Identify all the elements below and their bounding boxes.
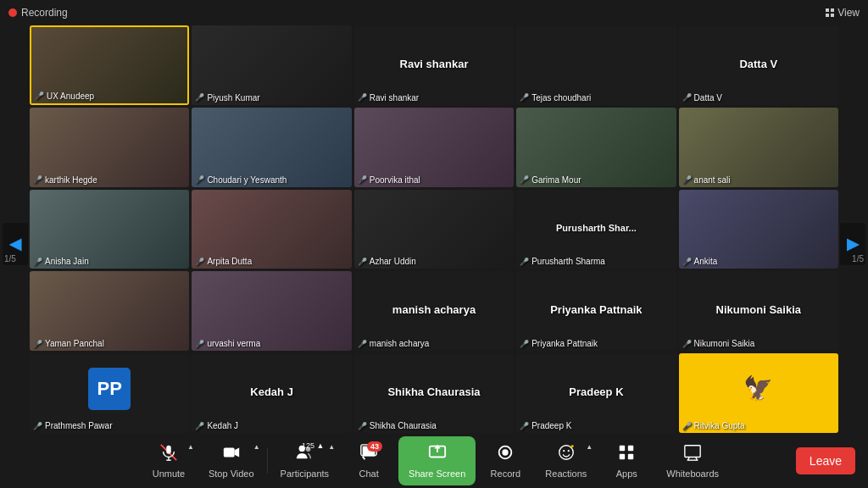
left-arrow-icon: ◀ [9, 235, 21, 253]
participant-name-4: 🎤 Tejas choudhari [520, 93, 591, 103]
center-name-24: Pradeep K [569, 385, 623, 398]
record-button[interactable]: Record [476, 439, 535, 483]
camera-icon [222, 443, 241, 466]
whiteboards-icon [683, 443, 702, 466]
participant-name-1: 🎤 UX Anudeep [35, 92, 94, 101]
participant-name-11: 🎤 Anisha Jain [33, 257, 89, 266]
mic-icon-7: 🎤 [195, 175, 204, 184]
apps-icon [617, 443, 636, 466]
participant-name-18: 🎤 manish acharya [358, 339, 430, 348]
video-cell-4: 🎤 Tejas choudhari [516, 25, 676, 105]
leave-button[interactable]: Leave [796, 447, 855, 474]
recording-dot [8, 8, 17, 17]
participant-name-2: 🎤 Piyush Kumar [195, 93, 259, 103]
video-cell-17: 🎤 urvashi verma [192, 271, 351, 351]
mic-icon-9: 🎤 [520, 175, 529, 184]
record-label: Record [491, 469, 520, 479]
record-icon [496, 443, 515, 466]
reactions-button[interactable]: ▲ Reactions [535, 439, 597, 483]
participant-name-6: 🎤 karthik Hegde [33, 175, 97, 185]
mic-icon-3: 🎤 [358, 93, 367, 102]
participant-name-17: 🎤 urvashi verma [195, 339, 260, 348]
chat-button[interactable]: 43 Chat [339, 439, 398, 483]
video-caret[interactable]: ▲ [253, 443, 260, 451]
mic-icon-12: 🎤 [195, 258, 204, 266]
view-label: View [837, 7, 860, 19]
mic-icon-18: 🎤 [358, 340, 367, 348]
mic-icon-10: 🎤 [682, 175, 692, 184]
participant-name-13: 🎤 Azhar Uddin [358, 257, 416, 266]
video-cell-19: Priyanka Pattnaik 🎤 Priyanka Pattnaik [516, 271, 676, 351]
participant-name-3: 🎤 Ravi shankar [358, 93, 419, 103]
right-arrow-icon: ▶ [847, 235, 859, 253]
nav-next-button[interactable]: ▶ [840, 223, 865, 265]
participant-name-23: 🎤 Shikha Chaurasia [358, 421, 437, 430]
video-cell-9: 🎤 Garima Mour [516, 108, 676, 187]
center-name-22: Kedah J [250, 385, 293, 398]
video-cell-16: 🎤 Yaman Panchal [30, 271, 189, 351]
center-name-19: Priyanka Pattnaik [550, 303, 642, 316]
mic-icon-5: 🎤 [682, 93, 692, 102]
center-name-20: Nikumoni Saikia [716, 303, 801, 316]
participants-label: Participants [281, 469, 329, 479]
svg-point-16 [571, 445, 574, 447]
nav-prev-button[interactable]: ◀ [3, 223, 28, 265]
video-cell-5: Datta V 🎤 Datta V [679, 25, 838, 105]
stop-video-label: Stop Video [209, 469, 254, 479]
apps-button[interactable]: Apps [597, 439, 656, 483]
video-cell-1: 🎤 UX Anudeep [30, 25, 189, 105]
chat-badge: 43 [367, 441, 382, 452]
mic-icon-8: 🎤 [358, 175, 367, 184]
mic-icon-16: 🎤 [33, 340, 42, 348]
video-cell-21: PP 🎤 Prathmesh Pawar [30, 353, 189, 433]
unmute-button[interactable]: ▲ Unmute [139, 439, 198, 483]
participant-name-16: 🎤 Yaman Panchal [33, 339, 104, 348]
mic-icon-4: 🎤 [520, 93, 529, 102]
video-cell-10: 🎤 anant sali [679, 108, 838, 187]
chat-label: Chat [359, 469, 378, 479]
view-button[interactable]: View [826, 7, 860, 19]
reactions-caret[interactable]: ▲ [586, 443, 593, 451]
center-name-18: manish acharya [392, 303, 476, 316]
svg-rect-1 [166, 445, 171, 453]
participant-name-25: 🎤 Ritvika Gupta [682, 421, 745, 430]
bottom-toolbar: ▲ Unmute ▲ Stop Video ▲ [0, 433, 868, 488]
video-cell-8: 🎤 Poorvika ithal [354, 108, 514, 187]
share-screen-button[interactable]: Share Screen [398, 436, 476, 485]
microphone-icon [159, 443, 178, 466]
participant-name-5: 🎤 Datta V [682, 93, 722, 103]
video-cell-7: 🎤 Choudari y Yeswanth [192, 108, 351, 187]
participants-button[interactable]: ▲ 125 ▲ Participants [270, 439, 339, 483]
reactions-icon [557, 443, 576, 466]
video-cell-20: Nikumoni Saikia 🎤 Nikumoni Saikia [679, 271, 838, 351]
video-cell-18: manish acharya 🎤 manish acharya [354, 271, 514, 351]
video-cell-6: 🎤 karthik Hegde [30, 108, 189, 187]
participant-name-20: 🎤 Nikumoni Saikia [682, 339, 755, 348]
video-cell-14: Purusharth Shar... 🎤 Purusharth Sharma [516, 190, 676, 269]
bird-logo: 🦅 [735, 365, 782, 412]
svg-rect-20 [628, 453, 633, 458]
recording-indicator: Recording [8, 7, 68, 19]
reactions-label: Reactions [545, 469, 587, 479]
participant-name-10: 🎤 anant sali [682, 175, 731, 185]
participant-name-12: 🎤 Arpita Dutta [195, 257, 252, 266]
whiteboards-button[interactable]: Whiteboards [656, 439, 729, 483]
mic-icon-17: 🎤 [195, 340, 204, 348]
video-cell-11: 🎤 Anisha Jain [30, 190, 189, 269]
mic-icon-2: 🎤 [195, 93, 204, 102]
video-cell-24: Pradeep K 🎤 Pradeep K [516, 353, 676, 433]
mic-icon-20: 🎤 [682, 340, 692, 348]
svg-rect-17 [620, 445, 625, 450]
unmute-caret[interactable]: ▲ [187, 443, 194, 451]
apps-label: Apps [616, 469, 637, 479]
share-screen-label: Share Screen [409, 469, 465, 479]
mic-icon-6: 🎤 [33, 175, 42, 184]
stop-video-button[interactable]: ▲ Stop Video [198, 439, 264, 483]
participants-caret[interactable]: ▲ [328, 443, 335, 451]
video-cell-25: 🦅 🎤 Ritvika Gupta [679, 353, 838, 433]
participant-name-7: 🎤 Choudari y Yeswanth [195, 175, 287, 185]
video-cell-12: 🎤 Arpita Dutta [192, 190, 351, 269]
mic-icon-19: 🎤 [520, 340, 529, 348]
share-screen-icon [428, 443, 447, 466]
participant-name-19: 🎤 Priyanka Pattnaik [520, 339, 598, 348]
